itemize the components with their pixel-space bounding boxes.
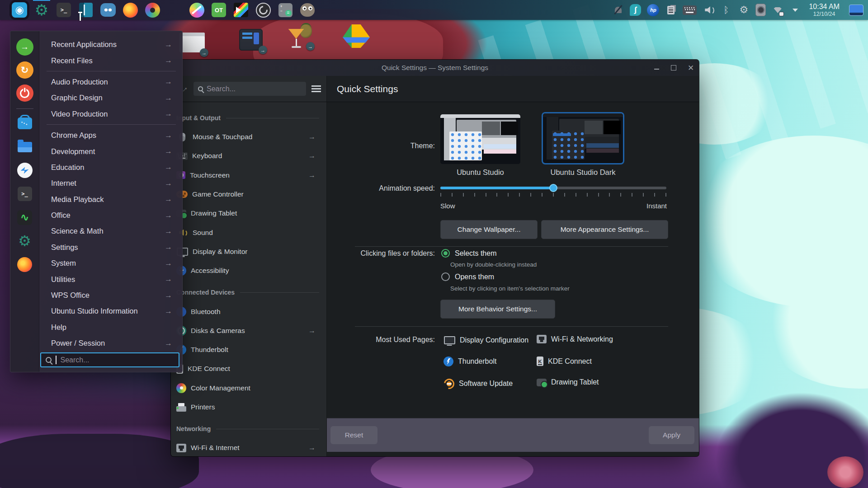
menu-item-graphic-design[interactable]: Graphic Design→ [44, 90, 179, 106]
sidebar-item-accessibility[interactable]: Accessibility [171, 261, 326, 280]
inkscape-icon[interactable] [167, 2, 182, 18]
clipboard-icon[interactable] [665, 4, 677, 16]
settings-search-input[interactable]: Search... [193, 82, 306, 96]
sidebar-item-display-monitor[interactable]: Display & Monitor [171, 242, 326, 261]
godot-icon[interactable] [100, 2, 116, 18]
favorite-firefox[interactable] [17, 256, 33, 272]
menu-item-office[interactable]: Office→ [44, 207, 179, 223]
animation-speed-slider[interactable] [440, 187, 666, 189]
sidebar-item-kde-connect[interactable]: KDE Connect [171, 359, 326, 378]
apply-button[interactable]: Apply [649, 426, 694, 444]
menu-item-power-session[interactable]: Power / Session→ [44, 335, 179, 351]
volume-icon[interactable] [703, 4, 714, 16]
expand-caret-icon[interactable] [789, 4, 801, 16]
radio-opens-them[interactable]: Opens them [441, 272, 494, 281]
wifi-secured-icon[interactable] [772, 4, 783, 16]
menu-item-help[interactable]: Help [44, 319, 179, 335]
settings-gear-icon[interactable] [738, 4, 750, 16]
menu-item-ubuntu-studio-information[interactable]: Ubuntu Studio Information→ [44, 303, 179, 319]
minimize-button[interactable] [653, 64, 660, 71]
most-used-software-update[interactable]: Software Update [443, 378, 513, 389]
menu-item-science-math[interactable]: Science & Math→ [44, 223, 179, 239]
krita-icon[interactable] [189, 2, 204, 18]
most-used-thunderbolt[interactable]: Thunderbolt [443, 357, 496, 366]
most-used-wi-fi-networking[interactable]: Wi-Fi & Networking [537, 335, 613, 343]
theme-option-ubuntu-studio[interactable] [440, 114, 520, 164]
most-used-kde-connect[interactable]: KDE Connect [537, 357, 592, 366]
firefox-icon[interactable] [123, 2, 138, 18]
logout-button[interactable] [16, 38, 33, 56]
sidebar-item-printers[interactable]: Printers [171, 398, 326, 417]
calculator-icon[interactable] [278, 2, 293, 18]
opentoonz-icon[interactable] [211, 2, 226, 18]
window-titlebar[interactable]: Quick Settings — System Settings ✕ [171, 60, 699, 76]
most-used-label: Wi-Fi & Networking [551, 335, 613, 343]
gimp-icon[interactable] [300, 2, 315, 18]
konsole-icon[interactable] [56, 2, 71, 18]
menu-search-input[interactable]: Search... [40, 352, 179, 367]
sidebar-item-color-management[interactable]: Color Management [171, 379, 326, 398]
digital-clock[interactable]: 10:34 AM 12/10/24 [809, 3, 840, 17]
desktop-shortcut-google-drive[interactable] [340, 22, 373, 51]
more-appearance-settings-button[interactable]: More Appearance Settings... [541, 220, 668, 239]
favorite-audio-tool[interactable] [17, 209, 33, 225]
kdenlive-icon[interactable] [233, 2, 249, 18]
most-used-drawing-tablet[interactable]: Drawing Tablet [537, 378, 599, 386]
device-monitor-icon[interactable] [755, 4, 766, 16]
slider-handle[interactable] [549, 184, 557, 192]
restart-button[interactable] [16, 61, 33, 79]
sidebar-item-mouse-touchpad[interactable]: Mouse & Touchpad→ [171, 127, 326, 146]
system-settings-icon[interactable] [34, 2, 49, 18]
menu-item-video-production[interactable]: Video Production→ [44, 106, 179, 122]
maximize-button[interactable] [670, 64, 677, 71]
menu-item-chrome-apps[interactable]: Chrome Apps→ [44, 127, 179, 143]
favorite-terminal[interactable] [17, 186, 33, 202]
shutdown-button[interactable] [16, 84, 33, 102]
hp-device-icon[interactable] [647, 4, 659, 16]
favorite-system-settings[interactable] [17, 233, 33, 249]
notifications-muted-icon[interactable] [612, 4, 624, 16]
radio-button-icon[interactable] [441, 249, 450, 258]
sidebar-item-thunderbolt[interactable]: Thunderbolt [171, 340, 326, 359]
keyboard-layout-icon[interactable] [683, 5, 697, 15]
sidebar-item-drawing-tablet[interactable]: Drawing Tablet [171, 204, 326, 223]
menu-item-audio-production[interactable]: Audio Production→ [44, 74, 179, 90]
menu-item-utilities[interactable]: Utilities→ [44, 271, 179, 287]
more-behavior-settings-button[interactable]: More Behavior Settings... [440, 300, 555, 319]
menu-item-development[interactable]: Development→ [44, 143, 179, 159]
bluetooth-icon[interactable] [720, 4, 732, 16]
menu-item-wps-office[interactable]: WPS Office→ [44, 287, 179, 303]
sidebar-item-wi-fi-internet[interactable]: Wi-Fi & Internet→ [171, 438, 326, 456]
show-desktop-button[interactable] [849, 5, 863, 16]
sidebar-item-touchscreen[interactable]: Touchscreen→ [171, 166, 326, 185]
theme-option-ubuntu-studio-dark[interactable] [543, 113, 623, 163]
change-wallpaper-button[interactable]: Change Wallpaper... [440, 220, 538, 239]
favorite-bird-app[interactable] [17, 162, 33, 178]
most-used-display-configuration[interactable]: Display Configuration [443, 335, 528, 346]
sidebar-item-keyboard[interactable]: Keyboard→ [171, 146, 326, 165]
obs-studio-icon[interactable] [255, 2, 271, 18]
menu-item-internet[interactable]: Internet→ [44, 175, 179, 191]
hamburger-menu-icon[interactable] [311, 85, 321, 92]
menu-item-education[interactable]: Education→ [44, 160, 179, 175]
desktop-shortcut-cocktail[interactable] [284, 23, 314, 52]
radio-selects-them[interactable]: Selects them [441, 249, 496, 258]
menu-item-settings[interactable]: Settings→ [44, 239, 179, 255]
sidebar-item-disks-cameras[interactable]: Disks & Cameras→ [171, 321, 326, 340]
close-button[interactable]: ✕ [687, 64, 694, 71]
desktop-shortcut-video-project[interactable] [236, 27, 266, 55]
menu-item-media-playback[interactable]: Media Playback→ [44, 192, 179, 207]
application-launcher-icon[interactable] [12, 2, 27, 18]
reset-button[interactable]: Reset [330, 426, 377, 444]
favorite-file-manager[interactable] [17, 139, 33, 155]
darktable-icon[interactable] [145, 2, 160, 18]
sidebar-item-sound[interactable]: Sound [171, 223, 326, 242]
menu-item-recent-files[interactable]: Recent Files→ [44, 52, 179, 68]
sidebar-item-bluetooth[interactable]: Bluetooth [171, 302, 326, 321]
favorite-software-center[interactable] [17, 115, 33, 131]
surfshark-vpn-icon[interactable] [630, 4, 641, 16]
menu-item-system[interactable]: System→ [44, 255, 179, 271]
radio-button-icon[interactable] [441, 272, 450, 281]
menu-item-recent-applications[interactable]: Recent Applications→ [44, 37, 179, 52]
sidebar-item-game-controller[interactable]: Game Controller [171, 185, 326, 204]
